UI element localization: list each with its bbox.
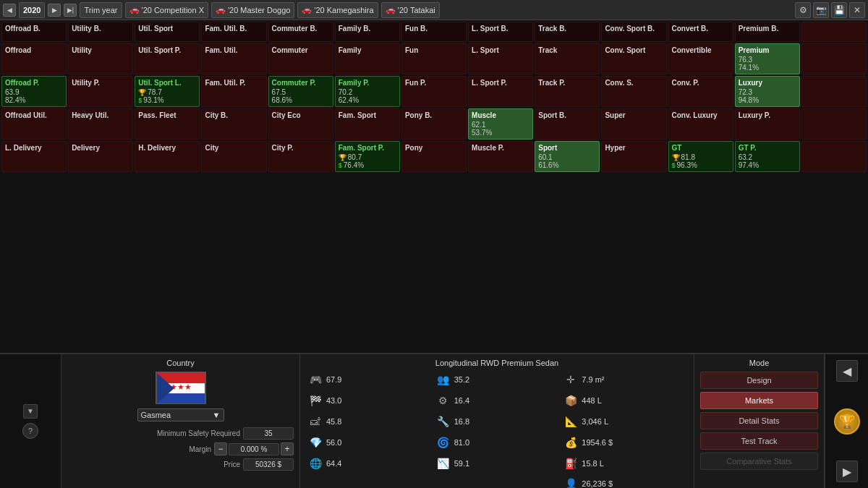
seg-fam-util[interactable]: Fam. Util. xyxy=(201,43,266,74)
nav-next-btn[interactable]: ▶ xyxy=(836,461,858,482)
seg-super[interactable]: Super xyxy=(601,108,666,140)
top-bar: ◀ 2020 ▶ ▶| Trim year 🚗 '20 Competition … xyxy=(0,0,868,20)
seg-family-b[interactable]: Family B. xyxy=(335,22,400,42)
close-btn[interactable]: ✕ xyxy=(849,2,865,18)
stat-eng: ⚙ 16.4 xyxy=(434,391,561,410)
seg-utility-b[interactable]: Utility B. xyxy=(68,22,133,42)
seg-muscle[interactable]: Muscle 62.1 53.7% xyxy=(468,108,533,140)
detail-stats-btn[interactable]: Detail Stats xyxy=(700,412,818,429)
seg-util-sport-p[interactable]: Util. Sport P. xyxy=(135,43,200,74)
stats-title: Longitudinal RWD Premium Sedan xyxy=(306,359,688,367)
seg-conv-sport[interactable]: Conv. Sport xyxy=(601,43,666,74)
year-display: 2020 xyxy=(19,2,45,18)
cargo-icon: 📦 xyxy=(563,393,579,408)
seg-conv-luxury[interactable]: Conv. Luxury xyxy=(668,108,733,140)
test-track-btn[interactable]: Test Track xyxy=(700,432,818,450)
seg-conv-s[interactable]: Conv. S. xyxy=(601,76,666,107)
seg-fam-sport[interactable]: Fam. Sport xyxy=(335,108,400,140)
car-4[interactable]: 🚗 '20 Tatakai xyxy=(381,2,440,18)
seg-lsport-b[interactable]: L. Sport B. xyxy=(468,22,533,42)
country-select[interactable]: Gasmea ▼ xyxy=(137,408,224,421)
seg-commuter[interactable]: Commuter xyxy=(268,43,333,74)
seg-city-p[interactable]: City P. xyxy=(268,141,333,172)
seg-luxury-p[interactable]: Luxury P. xyxy=(735,108,800,140)
seg-utility-p[interactable]: Utility P. xyxy=(68,76,133,107)
exhaust-icon: 📉 xyxy=(435,455,451,471)
seg-fun-b[interactable]: Fun B. xyxy=(401,22,467,42)
seg-pass-fleet[interactable]: Pass. Fleet xyxy=(135,108,200,140)
seg-family[interactable]: Family xyxy=(335,43,400,74)
seg-muscle-p[interactable]: Muscle P. xyxy=(468,141,533,172)
car-3[interactable]: 🚗 '20 Kamegashira xyxy=(297,2,378,18)
nav-prev-btn[interactable]: ◀ xyxy=(836,360,858,382)
stats-grid: 🎮 67.9 🏁 43.0 🛋 45.8 💎 56.0 🌐 64. xyxy=(306,370,688,488)
seg-offroad-p[interactable]: Offroad P. 63.9 82.4% xyxy=(1,76,67,107)
margin-decrease-btn[interactable]: − xyxy=(214,442,227,455)
seg-city-b[interactable]: City B. xyxy=(201,108,266,140)
seg-city[interactable]: City xyxy=(201,141,266,172)
seg-commuter-b[interactable]: Commuter B. xyxy=(268,22,333,42)
seg-premium-b[interactable]: Premium B. xyxy=(735,22,800,42)
seg-delivery[interactable]: Delivery xyxy=(68,141,133,172)
seg-track-p[interactable]: Track P. xyxy=(535,76,600,107)
seg-lsport[interactable]: L. Sport xyxy=(468,43,533,74)
stat-size: ✛ 7.9 m² xyxy=(561,370,688,389)
seg-l-delivery[interactable]: L. Delivery xyxy=(1,141,67,172)
skip-year-btn[interactable]: ▶| xyxy=(64,4,77,17)
car-1[interactable]: 🚗 '20 Competition X xyxy=(125,2,208,18)
stat-prestige: 💎 56.0 xyxy=(306,433,433,452)
stat-handling: 🎮 67.9 xyxy=(306,370,433,389)
seg-lsport-p[interactable]: L. Sport P. xyxy=(468,76,533,107)
margin-increase-btn[interactable]: + xyxy=(281,442,294,455)
seg-track-b[interactable]: Track B. xyxy=(535,22,600,42)
seg-util-sport-l[interactable]: Util. Sport L. 🏆 78.7 $ 93.1% xyxy=(135,76,200,107)
seg-convertible[interactable]: Convertible xyxy=(668,43,733,74)
seg-h-delivery[interactable]: H. Delivery xyxy=(135,141,200,172)
seg-util-sport[interactable]: Util. Sport xyxy=(135,22,200,42)
help-btn[interactable]: ? xyxy=(22,423,38,439)
seg-gt-p[interactable]: GT P. 63.2 97.4% xyxy=(735,141,800,172)
seg-gt[interactable]: GT 🏆 81.8 $ 96.3% xyxy=(668,141,733,172)
seg-family-p[interactable]: Family P. 70.2 62.4% xyxy=(335,76,400,107)
next-year-btn[interactable]: ▶ xyxy=(48,4,61,17)
markets-btn[interactable]: Markets xyxy=(700,392,818,409)
seg-commuter-p[interactable]: Commuter P. 67.5 68.6% xyxy=(268,76,333,107)
seg-fun[interactable]: Fun xyxy=(401,43,467,74)
seg-offroad-b[interactable]: Offroad B. xyxy=(1,22,67,42)
camera-btn[interactable]: 📷 xyxy=(813,2,829,18)
stat-fuel: ⛽ 15.8 L xyxy=(561,454,688,473)
comparative-stats-btn[interactable]: Comparative Stats xyxy=(700,453,818,470)
seg-convert-b[interactable]: Convert B. xyxy=(668,22,733,42)
seg-offroad[interactable]: Offroad xyxy=(1,43,67,74)
stats-panel: Longitudinal RWD Premium Sedan 🎮 67.9 🏁 … xyxy=(300,354,694,488)
segment-row-budget: Offroad B. Utility B. Util. Sport Fam. U… xyxy=(1,22,867,42)
settings-btn[interactable]: ⚙ xyxy=(795,2,811,18)
seg-conv-p[interactable]: Conv. P. xyxy=(668,76,733,107)
seg-sport[interactable]: Sport 60.1 61.6% xyxy=(535,141,600,172)
seg-offroad-util[interactable]: Offroad Util. xyxy=(1,108,67,140)
save-btn[interactable]: 💾 xyxy=(831,2,847,18)
seg-track[interactable]: Track xyxy=(535,43,600,74)
seg-fun-p[interactable]: Fun P. xyxy=(401,76,467,107)
seg-conv-sport-b[interactable]: Conv. Sport B. xyxy=(601,22,666,42)
seg-city-eco[interactable]: City Eco xyxy=(268,108,333,140)
seg-hyper[interactable]: Hyper xyxy=(601,141,666,172)
seg-utility[interactable]: Utility xyxy=(68,43,133,74)
seg-fam-sport-p[interactable]: Fam. Sport P. 🏆 80.7 $ 76.4% xyxy=(335,141,400,172)
design-btn[interactable]: Design xyxy=(700,372,818,389)
seg-fam-util-p[interactable]: Fam. Util. P. xyxy=(201,76,266,107)
price-value: 50326 $ xyxy=(243,458,294,471)
segment-row-premium: Offroad P. 63.9 82.4% Utility P. Util. S… xyxy=(1,76,867,107)
engine-icon: ⚙ xyxy=(435,393,451,408)
volume-icon: 📐 xyxy=(563,414,579,429)
seg-heavy-util[interactable]: Heavy Util. xyxy=(68,108,133,140)
collapse-btn[interactable]: ▼ xyxy=(23,404,38,419)
seg-fam-util-b[interactable]: Fam. Util. B. xyxy=(201,22,266,42)
seg-pony[interactable]: Pony xyxy=(401,141,467,172)
seg-luxury[interactable]: Luxury 72.3 94.8% xyxy=(735,76,800,107)
seg-premium[interactable]: Premium 76.3 74.1% xyxy=(735,43,800,74)
car-2[interactable]: 🚗 '20 Master Doggo xyxy=(211,2,294,18)
seg-pony-b[interactable]: Pony B. xyxy=(401,108,467,140)
seg-sport-b[interactable]: Sport B. xyxy=(535,108,600,140)
prev-year-btn[interactable]: ◀ xyxy=(3,4,16,17)
